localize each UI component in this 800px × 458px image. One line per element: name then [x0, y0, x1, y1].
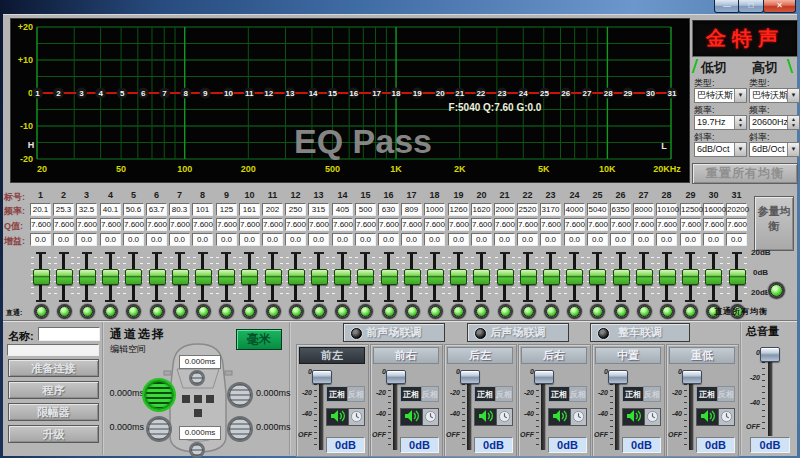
eq-gain-cell[interactable]: 0.0 — [76, 233, 97, 246]
eq-freq-cell[interactable]: 809 — [401, 203, 422, 216]
spinner-arrows-icon[interactable]: ▲▼ — [787, 116, 799, 129]
eq-q-cell[interactable]: 7.600 — [355, 218, 376, 231]
fader-thumb[interactable] — [312, 370, 332, 384]
eq-gain-slider[interactable] — [425, 252, 445, 302]
eq-bypass-led[interactable] — [546, 306, 557, 317]
fader-thumb[interactable] — [534, 370, 554, 384]
speaker-on-button[interactable] — [622, 408, 645, 426]
eq-freq-cell[interactable]: 10100 — [656, 203, 677, 216]
slider-thumb[interactable] — [311, 269, 328, 285]
eq-gain-slider[interactable] — [286, 252, 306, 302]
slider-thumb[interactable] — [520, 269, 537, 285]
eq-q-cell[interactable]: 7.600 — [239, 218, 260, 231]
eq-q-cell[interactable]: 7.600 — [517, 218, 538, 231]
eq-gain-cell[interactable]: 0.0 — [355, 233, 376, 246]
slider-thumb[interactable] — [450, 269, 467, 285]
eq-bypass-led[interactable] — [82, 306, 93, 317]
eq-bypass-led[interactable] — [523, 306, 534, 317]
speaker-front-center-icon[interactable] — [189, 370, 205, 386]
channel-header-5[interactable]: 重低 — [669, 347, 735, 364]
mute-timer-button[interactable] — [496, 408, 513, 426]
link-toggle-2[interactable]: 整车联调 — [590, 323, 690, 342]
eq-freq-cell[interactable]: 250 — [285, 203, 306, 216]
eq-gain-slider[interactable] — [727, 252, 747, 302]
eq-gain-slider[interactable] — [100, 252, 120, 302]
eq-gain-slider[interactable] — [541, 252, 561, 302]
eq-gain-slider[interactable] — [471, 252, 491, 302]
chevron-down-icon[interactable]: ▼ — [787, 89, 799, 102]
slider-thumb[interactable] — [659, 269, 676, 285]
eq-freq-cell[interactable]: 40.1 — [100, 203, 121, 216]
eq-gain-slider[interactable] — [31, 252, 51, 302]
eq-gain-slider[interactable] — [634, 252, 654, 302]
slider-thumb[interactable] — [427, 269, 444, 285]
eq-q-cell[interactable]: 7.600 — [285, 218, 306, 231]
lowcut-freq-spinner[interactable]: 19.7Hz ▲▼ — [694, 115, 747, 130]
eq-bypass-led[interactable] — [407, 306, 418, 317]
eq-bypass-led[interactable] — [175, 306, 186, 317]
eq-freq-cell[interactable]: 3170 — [540, 203, 561, 216]
phase-normal-button[interactable]: 正相 — [326, 386, 348, 402]
eq-gain-slider[interactable] — [495, 252, 515, 302]
eq-q-cell[interactable]: 7.600 — [123, 218, 144, 231]
eq-q-cell[interactable]: 7.600 — [378, 218, 399, 231]
eq-gain-cell[interactable]: 0.0 — [448, 233, 469, 246]
eq-gain-cell[interactable]: 0.0 — [239, 233, 260, 246]
slider-thumb[interactable] — [473, 269, 490, 285]
fader-thumb[interactable] — [608, 370, 628, 384]
phase-normal-button[interactable]: 正相 — [622, 386, 644, 402]
eq-gain-cell[interactable]: 0.0 — [471, 233, 492, 246]
eq-gain-cell[interactable]: 0.0 — [401, 233, 422, 246]
eq-gain-cell[interactable]: 0.0 — [123, 233, 144, 246]
slider-thumb[interactable] — [729, 269, 746, 285]
speaker-rear-left-icon[interactable] — [146, 416, 172, 442]
eq-bypass-led[interactable] — [314, 306, 325, 317]
slider-thumb[interactable] — [334, 269, 351, 285]
eq-gain-slider[interactable] — [448, 252, 468, 302]
eq-freq-cell[interactable]: 32.5 — [76, 203, 97, 216]
eq-bypass-led[interactable] — [384, 306, 395, 317]
phase-normal-button[interactable]: 正相 — [696, 386, 718, 402]
eq-gain-cell[interactable]: 0.0 — [633, 233, 654, 246]
eq-q-cell[interactable]: 7.600 — [680, 218, 701, 231]
eq-gain-cell[interactable]: 0.0 — [703, 233, 724, 246]
eq-gain-slider[interactable] — [239, 252, 259, 302]
eq-q-cell[interactable]: 7.600 — [30, 218, 51, 231]
speaker-rear-center-icon[interactable] — [189, 442, 205, 458]
parametric-eq-button[interactable]: 参量均衡 — [754, 196, 794, 251]
eq-gain-cell[interactable]: 0.0 — [332, 233, 353, 246]
eq-bypass-led[interactable] — [616, 306, 627, 317]
eq-gain-cell[interactable]: 0.0 — [30, 233, 51, 246]
eq-gain-cell[interactable]: 0.0 — [378, 233, 399, 246]
eq-freq-cell[interactable]: 6350 — [610, 203, 631, 216]
eq-freq-cell[interactable]: 20.1 — [30, 203, 51, 216]
unit-mm-button[interactable]: 毫米 — [236, 329, 282, 350]
slider-thumb[interactable] — [613, 269, 630, 285]
phase-invert-button[interactable]: 反相 — [569, 386, 587, 402]
eq-freq-cell[interactable]: 125 — [216, 203, 237, 216]
eq-gain-slider[interactable] — [402, 252, 422, 302]
eq-gain-slider[interactable] — [355, 252, 375, 302]
eq-q-cell[interactable]: 7.600 — [53, 218, 74, 231]
eq-q-cell[interactable]: 7.600 — [146, 218, 167, 231]
fader-thumb[interactable] — [460, 370, 480, 384]
eq-q-cell[interactable]: 7.600 — [564, 218, 585, 231]
slider-thumb[interactable] — [125, 269, 142, 285]
eq-gain-slider[interactable] — [657, 252, 677, 302]
phase-invert-button[interactable]: 反相 — [643, 386, 661, 402]
eq-gain-cell[interactable]: 0.0 — [285, 233, 306, 246]
fader-track[interactable] — [768, 350, 773, 436]
speaker-on-button[interactable] — [548, 408, 571, 426]
eq-gain-cell[interactable]: 0.0 — [517, 233, 538, 246]
eq-freq-cell[interactable]: 1260 — [448, 203, 469, 216]
mute-timer-button[interactable] — [570, 408, 587, 426]
speaker-on-button[interactable] — [474, 408, 497, 426]
eq-gain-slider[interactable] — [611, 252, 631, 302]
eq-gain-slider[interactable] — [332, 252, 352, 302]
eq-freq-cell[interactable]: 2000 — [494, 203, 515, 216]
fader-thumb[interactable] — [682, 370, 702, 384]
eq-q-cell[interactable]: 7.600 — [76, 218, 97, 231]
slider-thumb[interactable] — [636, 269, 653, 285]
name-input[interactable] — [38, 327, 100, 341]
slider-thumb[interactable] — [357, 269, 374, 285]
